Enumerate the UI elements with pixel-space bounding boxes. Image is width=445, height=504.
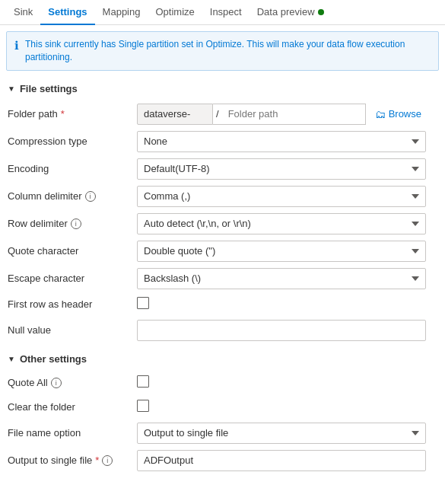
folder-slash: /	[213, 104, 222, 125]
collapse-arrow-file: ▼	[8, 85, 15, 93]
tab-bar: Sink Settings Mapping Optimize Inspect D…	[0, 0, 445, 25]
output-required-star: *	[95, 455, 99, 466]
folder-path-input[interactable]	[222, 104, 366, 125]
clear-folder-control	[137, 400, 426, 414]
first-row-header-checkbox[interactable]	[137, 297, 149, 309]
output-single-file-row: Output to single file * i	[8, 447, 437, 474]
compression-type-control: None gzip deflate bzip2	[137, 131, 426, 152]
output-single-file-label: Output to single file * i	[8, 455, 137, 466]
encoding-control: Default(UTF-8) UTF-8 UTF-16 ASCII	[137, 158, 426, 180]
output-single-file-info-icon[interactable]: i	[102, 455, 113, 466]
column-delimiter-select[interactable]: Comma (,) Tab Semicolon (;) Pipe (|) Spa…	[137, 186, 426, 207]
other-settings-content: Quote All i Clear the folder File name o…	[0, 368, 445, 477]
required-star: *	[61, 108, 65, 120]
other-settings-label: Other settings	[20, 353, 87, 365]
clear-folder-row: Clear the folder	[8, 395, 437, 419]
encoding-label: Encoding	[8, 163, 137, 174]
tab-data-preview[interactable]: Data preview	[250, 0, 332, 25]
folder-path-label: Folder path *	[8, 108, 137, 120]
browse-button[interactable]: 🗂 Browse	[370, 105, 426, 123]
null-value-input[interactable]	[137, 320, 426, 341]
tab-sink[interactable]: Sink	[6, 0, 40, 25]
row-delimiter-info-icon[interactable]: i	[71, 219, 81, 229]
escape-character-select[interactable]: Backslash (\) Double quote (") No escape…	[137, 268, 426, 289]
row-delimiter-label: Row delimiter i	[8, 218, 137, 229]
output-single-file-control	[137, 450, 426, 471]
compression-type-row: Compression type None gzip deflate bzip2	[8, 128, 437, 155]
null-value-row: Null value	[8, 317, 437, 344]
info-icon: ℹ	[14, 39, 19, 53]
folder-path-control: dataverse- / 🗂 Browse	[137, 104, 426, 125]
folder-prefix-value: dataverse-	[137, 104, 213, 125]
quote-all-control	[137, 375, 426, 390]
quote-character-select[interactable]: Double quote (") Single quote (') No quo…	[137, 241, 426, 262]
file-settings-header[interactable]: ▼ File settings	[0, 77, 445, 97]
clear-folder-checkbox[interactable]	[137, 400, 149, 412]
file-settings-content: Folder path * dataverse- / 🗂 Browse Comp…	[0, 97, 445, 347]
escape-character-control: Backslash (\) Double quote (") No escape…	[137, 268, 426, 289]
status-dot	[318, 9, 324, 15]
file-name-option-label: File name option	[8, 427, 137, 439]
quote-character-row: Quote character Double quote (") Single …	[8, 238, 437, 265]
compression-type-label: Compression type	[8, 136, 137, 147]
quote-all-row: Quote All i	[8, 371, 437, 395]
quote-character-control: Double quote (") Single quote (') No quo…	[137, 241, 426, 262]
first-row-header-label: First row as header	[8, 298, 137, 310]
encoding-select[interactable]: Default(UTF-8) UTF-8 UTF-16 ASCII	[137, 158, 426, 180]
encoding-row: Encoding Default(UTF-8) UTF-8 UTF-16 ASC…	[8, 155, 437, 183]
row-delimiter-control: Auto detect (\r,\n, or \r\n) \r\n \n \r	[137, 213, 426, 234]
collapse-arrow-other: ▼	[8, 355, 15, 363]
quote-all-label: Quote All i	[8, 377, 137, 388]
clear-folder-label: Clear the folder	[8, 401, 137, 413]
escape-character-label: Escape character	[8, 273, 137, 284]
null-value-label: Null value	[8, 324, 137, 336]
null-value-control	[137, 320, 426, 341]
file-name-option-select[interactable]: Output to single file Default Pattern Pe…	[137, 423, 426, 444]
first-row-header-row: First row as header	[8, 292, 437, 317]
file-name-option-row: File name option Output to single file D…	[8, 419, 437, 447]
info-text: This sink currently has Single partition…	[25, 38, 431, 64]
quote-all-info-icon[interactable]: i	[51, 378, 62, 388]
row-delimiter-select[interactable]: Auto detect (\r,\n, or \r\n) \r\n \n \r	[137, 213, 426, 234]
quote-all-checkbox[interactable]	[137, 375, 149, 388]
quote-character-label: Quote character	[8, 245, 137, 257]
row-delimiter-row: Row delimiter i Auto detect (\r,\n, or \…	[8, 210, 437, 238]
tab-optimize[interactable]: Optimize	[148, 0, 202, 25]
file-settings-label: File settings	[20, 83, 78, 94]
column-delimiter-control: Comma (,) Tab Semicolon (;) Pipe (|) Spa…	[137, 186, 426, 207]
compression-type-select[interactable]: None gzip deflate bzip2	[137, 131, 426, 152]
tab-settings[interactable]: Settings	[40, 0, 94, 25]
info-banner: ℹ This sink currently has Single partiti…	[6, 31, 439, 71]
column-delimiter-row: Column delimiter i Comma (,) Tab Semicol…	[8, 183, 437, 210]
folder-path-row: Folder path * dataverse- / 🗂 Browse	[8, 100, 437, 128]
file-name-option-control: Output to single file Default Pattern Pe…	[137, 423, 426, 444]
first-row-header-control	[137, 297, 426, 311]
column-delimiter-label: Column delimiter i	[8, 190, 137, 202]
escape-character-row: Escape character Backslash (\) Double qu…	[8, 265, 437, 292]
tab-inspect[interactable]: Inspect	[202, 0, 250, 25]
column-delimiter-info-icon[interactable]: i	[85, 191, 96, 202]
browse-icon: 🗂	[375, 108, 386, 120]
tab-mapping[interactable]: Mapping	[95, 0, 148, 25]
other-settings-header[interactable]: ▼ Other settings	[0, 347, 445, 368]
output-single-file-input[interactable]	[137, 450, 426, 471]
